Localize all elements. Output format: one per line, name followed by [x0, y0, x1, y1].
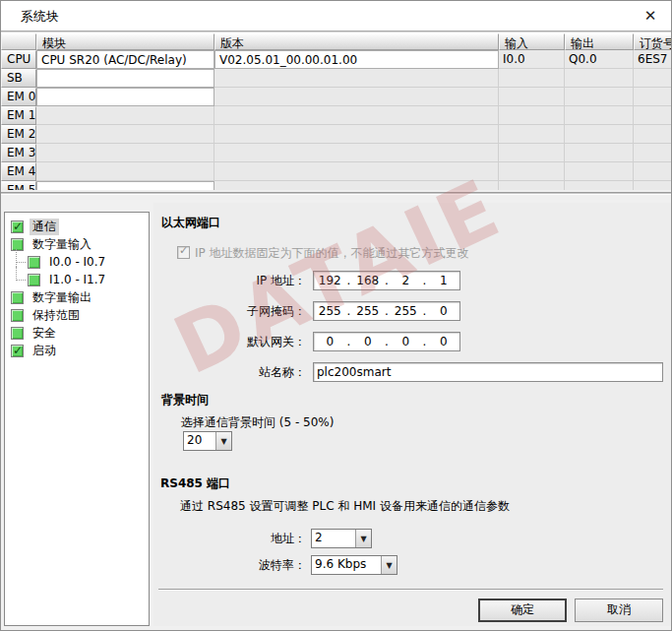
ip-address-field[interactable]: 192.168.2.1 [313, 271, 460, 290]
table-row: EM 2 [1, 125, 672, 144]
green-checkbox-icon[interactable] [28, 256, 40, 269]
octet-value[interactable]: 168 [352, 274, 385, 287]
default-gateway-label: 默认网关： [153, 333, 306, 351]
close-icon[interactable]: ✕ [639, 5, 662, 27]
green-checkbox-icon[interactable] [11, 291, 24, 304]
title-bar: 系统块 ✕ [1, 1, 671, 31]
cell-output [565, 88, 634, 106]
table-row: EM 4 [1, 162, 672, 181]
cell-module [36, 106, 214, 125]
tree-item-label: 保持范围 [30, 307, 83, 324]
row-header-em3[interactable]: EM 3 [1, 144, 36, 162]
checked-green-checkbox-icon[interactable]: ✓ [11, 345, 24, 357]
cell-version[interactable]: V02.05.01_00.00.01.00 [214, 50, 499, 69]
row-header-em4[interactable]: EM 4 [1, 162, 36, 181]
row-header-em0[interactable]: EM 0 [1, 88, 36, 106]
tree-item-input-i1[interactable]: I1.0 - I1.7 [5, 271, 149, 288]
row-header-em5[interactable]: EM 5 [1, 181, 36, 190]
cell-module[interactable] [36, 181, 214, 190]
tree-item-label: 安全 [30, 325, 59, 342]
cell-input: I0.0 [499, 50, 565, 69]
ethernet-section-title: 以太网端口 [161, 215, 220, 231]
ok-button[interactable]: 确定 [478, 599, 567, 622]
column-header-input: 输入 [499, 33, 565, 50]
cell-module[interactable] [36, 69, 214, 88]
cell-version [214, 106, 499, 125]
subnet-mask-field[interactable]: 255.255.255.0 [313, 301, 460, 321]
cell-output [565, 162, 634, 181]
ip-address-label: IP 地址： [153, 272, 306, 290]
cell-version [214, 69, 499, 88]
tree-item-label: 数字量输入 [30, 236, 94, 253]
cell-order: 6ES7 2 [634, 50, 672, 69]
cell-version [214, 144, 499, 162]
octet-value[interactable]: 0 [428, 304, 460, 318]
octet-value[interactable]: 2 [390, 274, 422, 287]
cell-output: Q0.0 [565, 50, 634, 69]
tree-item-retentive-ranges[interactable]: 保持范围 [5, 306, 149, 324]
cell-input [499, 144, 565, 162]
cell-module [36, 125, 214, 144]
checked-green-checkbox-icon[interactable]: ✓ [11, 221, 24, 233]
tree-item-label: 通信 [30, 219, 59, 235]
chevron-down-icon[interactable]: ▼ [355, 530, 371, 547]
octet-value[interactable]: 0 [352, 335, 385, 348]
background-time-hint: 选择通信背景时间 (5 - 50%) [181, 414, 334, 431]
cell-module[interactable]: CPU SR20 (AC/DC/Relay) [36, 50, 214, 69]
octet-value[interactable]: 1 [428, 274, 460, 287]
green-checkbox-icon[interactable] [11, 327, 24, 340]
baud-rate-select[interactable]: 9.6 Kbps ▼ [311, 555, 397, 575]
tree-item-startup[interactable]: ✓启动 [5, 342, 149, 359]
tree-item-security[interactable]: 安全 [5, 324, 149, 342]
green-checkbox-icon[interactable] [28, 274, 40, 286]
row-header-sb[interactable]: SB [1, 69, 36, 88]
row-header-em2[interactable]: EM 2 [1, 125, 36, 144]
octet-value[interactable]: 0 [428, 335, 460, 348]
settings-panel: 以太网端口 ✓ IP 地址数据固定为下面的值，不能通过其它方式更改 IP 地址：… [153, 203, 672, 626]
cell-output [565, 125, 634, 144]
octet-value[interactable]: 255 [314, 304, 346, 318]
tree-item-communication[interactable]: ✓通信 [5, 218, 149, 235]
tree-item-label: 启动 [30, 343, 59, 359]
system-block-dialog: 系统块 ✕ 模块 版本 输入 输出 订货号 CPUCPU SR20 (AC/DC… [0, 0, 672, 631]
cell-version [214, 181, 499, 190]
button-separator [158, 589, 663, 591]
row-header-em1[interactable]: EM 1 [1, 106, 36, 125]
column-header-version: 版本 [214, 33, 499, 50]
cell-order [634, 106, 672, 125]
table-row: SB [1, 69, 672, 88]
cell-module[interactable] [36, 88, 214, 106]
check-icon: ✓ [13, 343, 23, 358]
dialog-title: 系统块 [21, 8, 59, 26]
baud-rate-label: 波特率： [153, 556, 306, 575]
module-table-body: CPUCPU SR20 (AC/DC/Relay)V02.05.01_00.00… [1, 50, 672, 190]
cell-input [499, 181, 565, 190]
chevron-down-icon[interactable]: ▼ [381, 556, 397, 574]
octet-value[interactable]: 192 [314, 274, 346, 287]
tree-item-input-i0[interactable]: I0.0 - I0.7 [5, 253, 149, 271]
tree-connector-line [11, 271, 28, 288]
column-header-output: 输出 [565, 33, 634, 50]
octet-value[interactable]: 255 [352, 304, 385, 318]
station-name-field[interactable]: plc200smart [313, 362, 663, 382]
green-checkbox-icon[interactable] [11, 309, 24, 322]
background-time-select[interactable]: 20 ▼ [183, 431, 232, 451]
tree-item-digital-inputs[interactable]: 数字量输入 [5, 235, 149, 253]
settings-tree: ✓通信数字量输入I0.0 - I0.7I1.0 - I1.7数字量输出保持范围安… [4, 212, 150, 626]
horizontal-splitter[interactable] [1, 192, 671, 195]
cell-input [499, 69, 565, 88]
cell-version [214, 88, 499, 106]
cancel-button[interactable]: 取消 [575, 599, 663, 622]
tree-item-digital-outputs[interactable]: 数字量输出 [5, 288, 149, 306]
row-header-cpu[interactable]: CPU [1, 50, 36, 69]
chevron-down-icon[interactable]: ▼ [215, 432, 231, 450]
default-gateway-field[interactable]: 0.0.0.0 [313, 332, 460, 351]
cell-module [36, 162, 214, 181]
octet-value[interactable]: 255 [390, 304, 422, 318]
subnet-mask-label: 子网掩码： [153, 302, 306, 321]
tree-item-label: 数字量输出 [30, 289, 94, 306]
cell-output [565, 69, 634, 88]
rs485-address-select[interactable]: 2 ▼ [311, 529, 372, 548]
octet-value[interactable]: 0 [314, 335, 346, 348]
octet-value[interactable]: 0 [390, 335, 422, 348]
